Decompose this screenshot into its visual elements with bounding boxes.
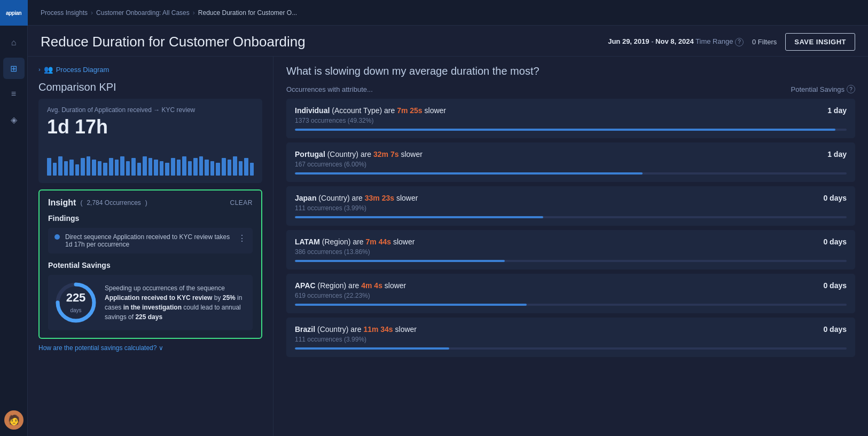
page-title: Reduce Duration for Customer Onboarding — [41, 34, 306, 50]
attr-type: (Region) are — [322, 237, 366, 246]
breadcrumb-process-insights[interactable]: Process Insights — [41, 9, 88, 17]
insight-row[interactable]: Portugal (Country) are 32m 7s slower 1 d… — [286, 142, 855, 182]
bar-chart-bar — [92, 160, 96, 176]
insight-row[interactable]: APAC (Region) are 4m 4s slower 0 days 61… — [286, 274, 855, 313]
bar-chart-bar — [222, 158, 226, 176]
insight-row-count: 111 occurrences (3.99%) — [295, 336, 847, 343]
kpi-subtitle: Avg. Duration of Application received → … — [47, 106, 254, 114]
progress-bar-bg — [295, 216, 847, 218]
breadcrumb-sep-2: › — [193, 9, 195, 17]
breadcrumb: Process Insights › Customer Onboarding: … — [41, 9, 297, 17]
finding-item: Direct sequence Application received to … — [48, 228, 253, 253]
bar-chart-bar — [131, 158, 136, 176]
finding-dot-icon — [54, 234, 60, 240]
potential-savings-title: Potential Savings — [48, 261, 253, 269]
insight-row-header: Brazil (Country) are 11m 34s slower 0 da… — [295, 325, 847, 334]
bar-chart-bar — [244, 158, 248, 176]
progress-bar-fill — [295, 172, 643, 175]
time-range-help-icon[interactable]: ? — [735, 38, 744, 46]
insight-row-savings: 1 day — [827, 150, 847, 158]
savings-number: 225 — [66, 291, 86, 305]
clear-button[interactable]: CLEAR — [230, 199, 253, 207]
breadcrumb-sep-1: › — [91, 9, 93, 17]
sidebar-icon-chart[interactable]: ⊞ — [3, 58, 25, 79]
insight-row-count: 111 occurrences (3.99%) — [295, 204, 847, 212]
bar-chart-bar — [137, 163, 142, 176]
bar-chart-bar — [154, 160, 158, 176]
bar-chart-bar — [216, 163, 220, 176]
slower-value: 4m 4s — [361, 281, 382, 290]
insight-row-label: Brazil (Country) are 11m 34s slower — [295, 325, 417, 334]
insight-row-savings: 0 days — [823, 325, 847, 334]
date-sep: - — [651, 37, 655, 45]
insight-row[interactable]: Brazil (Country) are 11m 34s slower 0 da… — [286, 318, 855, 357]
bar-chart-bar — [69, 160, 74, 176]
process-diagram-link[interactable]: › 👥 Process Diagram — [38, 65, 262, 74]
slower-label: slower — [396, 194, 418, 202]
user-avatar[interactable]: 🧑 — [4, 410, 24, 430]
insight-rows: Individual (Account Type) are 7m 25s slo… — [286, 99, 855, 357]
bar-chart-bar — [58, 156, 62, 176]
savings-description: Speeding up occurrences of the sequence … — [105, 283, 246, 322]
insight-title: Insight — [48, 198, 76, 208]
insight-occurrences: 2,784 Occurrences — [87, 199, 140, 207]
bar-chart-bar — [233, 156, 237, 176]
logo-text: appian — [6, 10, 21, 16]
save-insight-button[interactable]: SAVE INSIGHT — [785, 33, 855, 51]
attr-name: Japan — [295, 194, 316, 202]
insight-row[interactable]: Individual (Account Type) are 7m 25s slo… — [286, 99, 855, 138]
slower-value: 32m 7s — [373, 150, 398, 158]
topbar: Process Insights › Customer Onboarding: … — [28, 0, 868, 26]
slower-value: 7m 44s — [366, 237, 391, 246]
savings-footnote-link[interactable]: How are the potential savings calculated… — [38, 344, 262, 352]
bar-chart-bar — [188, 161, 192, 176]
progress-bar-bg — [295, 129, 847, 131]
savings-card: 225 days Speeding up occurrences of the … — [48, 275, 253, 330]
date-end: Nov 8, 2024 — [655, 37, 694, 45]
page-header: Reduce Duration for Customer Onboarding … — [28, 26, 868, 57]
insight-header: Insight (2,784 Occurrences) CLEAR — [48, 198, 253, 208]
bar-chart-bar — [205, 160, 209, 176]
potential-savings-help-icon[interactable]: ? — [847, 85, 855, 93]
insight-row[interactable]: LATAM (Region) are 7m 44s slower 0 days … — [286, 230, 855, 269]
insight-row-savings: 0 days — [823, 237, 847, 246]
insight-row-count: 167 occurrences (6.00%) — [295, 161, 847, 168]
date-range: Jun 29, 2019 - Nov 8, 2024 Time Range ? — [608, 37, 744, 46]
slower-value: 11m 34s — [363, 325, 393, 334]
progress-bar-fill — [295, 304, 527, 306]
slower-label: slower — [425, 106, 446, 115]
insight-box: Insight (2,784 Occurrences) CLEAR Findin… — [38, 189, 262, 339]
breadcrumb-customer-onboarding[interactable]: Customer Onboarding: All Cases — [96, 9, 190, 17]
insight-row-header: APAC (Region) are 4m 4s slower 0 days — [295, 281, 847, 290]
breadcrumb-current: Reduce Duration for Customer O... — [198, 9, 297, 17]
finding-text: Direct sequence Application received to … — [65, 233, 232, 248]
bar-chart-bar — [165, 163, 169, 176]
insight-row[interactable]: Japan (Country) are 33m 23s slower 0 day… — [286, 186, 855, 226]
insight-row-header: Individual (Account Type) are 7m 25s slo… — [295, 106, 847, 115]
bar-chart-bar — [75, 164, 80, 176]
bar-chart-bar — [109, 158, 113, 176]
bar-chart-bar — [103, 163, 107, 176]
bar-chart-bar — [171, 158, 175, 176]
bar-chart-bar — [239, 161, 243, 176]
filters-label[interactable]: 0 Filters — [752, 38, 777, 46]
bar-chart-bar — [250, 163, 254, 176]
attr-type: (Country) are — [318, 194, 364, 202]
date-start: Jun 29, 2019 — [608, 37, 649, 45]
sidebar-icon-home[interactable]: ⌂ — [3, 32, 25, 53]
insight-count: ( — [80, 199, 82, 207]
bar-chart-bar — [47, 158, 51, 176]
finding-menu-icon[interactable]: ⋮ — [238, 233, 246, 243]
bar-chart-bar — [87, 156, 91, 176]
progress-bar-bg — [295, 260, 847, 262]
progress-bar-fill — [295, 216, 543, 218]
occurrences-header: Occurrences with attribute... Potential … — [286, 85, 855, 93]
attr-name: LATAM — [295, 237, 320, 246]
progress-bar-bg — [295, 347, 847, 350]
sidebar-icon-shield[interactable]: ◈ — [3, 109, 25, 130]
sidebar-icon-database[interactable]: ≡ — [3, 83, 25, 105]
app-logo[interactable]: appian — [0, 0, 28, 26]
attr-type: (Account Type) are — [332, 106, 397, 115]
bar-chart-bar — [120, 156, 124, 176]
insight-row-savings: 0 days — [823, 281, 847, 290]
